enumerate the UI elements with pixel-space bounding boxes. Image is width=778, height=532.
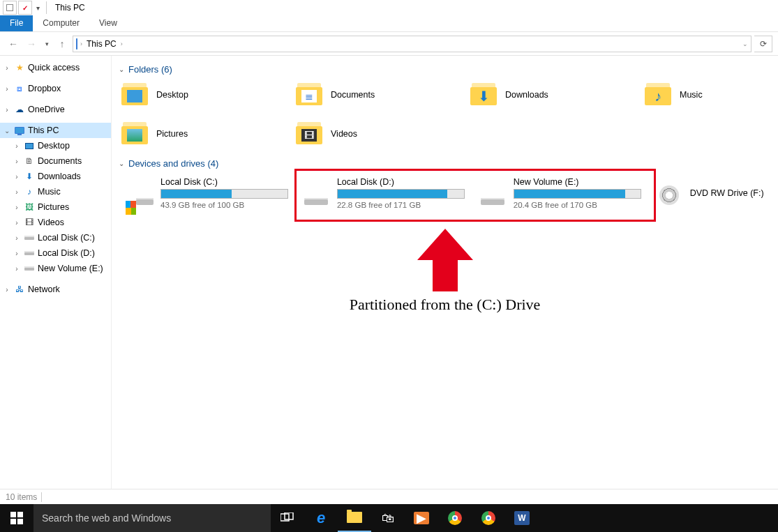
download-icon: ⬇ [24, 171, 35, 182]
folder-icon [121, 121, 149, 147]
sidebar-item-network[interactable]: › 🖧 Network [0, 282, 111, 297]
folder-pictures[interactable]: Pictures [121, 119, 296, 149]
edge-icon[interactable]: e [304, 504, 338, 532]
expand-icon[interactable]: › [3, 85, 11, 93]
sidebar-item-local-disk-c[interactable]: › Local Disk (C:) [0, 230, 111, 245]
folder-icon: ⬇ [470, 82, 498, 108]
sidebar-item-videos[interactable]: › 🎞 Videos [0, 215, 111, 230]
folder-label: Music [680, 90, 703, 100]
word-icon[interactable]: W [505, 504, 539, 532]
folder-desktop[interactable]: Desktop [121, 80, 296, 109]
drive-c[interactable]: Local Disk (C:) 43.9 GB free of 100 GB [121, 174, 292, 212]
sidebar-item-documents[interactable]: › 🗎 Documents [0, 153, 111, 169]
annotation-text: Partitioned from the (C:) Drive [334, 296, 557, 314]
chevron-right-icon[interactable]: › [121, 40, 123, 47]
sidebar-item-onedrive[interactable]: › ☁ OneDrive [0, 102, 111, 117]
svg-rect-4 [17, 519, 23, 524]
windows-drive-icon [126, 177, 154, 205]
sidebar-label: Local Disk (D:) [38, 248, 95, 258]
tab-file[interactable]: File [0, 15, 33, 31]
sidebar-item-desktop[interactable]: › Desktop [0, 138, 111, 153]
expand-icon[interactable]: › [13, 188, 21, 196]
address-dropdown-icon[interactable]: ⌄ [742, 40, 748, 47]
expand-icon[interactable]: › [3, 64, 11, 72]
drive-icon [24, 263, 35, 274]
drive-name: Local Disk (C:) [160, 177, 288, 187]
expand-icon[interactable]: › [13, 142, 21, 150]
drives-section-header[interactable]: ⌄ Devices and drives (4) [119, 158, 774, 169]
annotation-highlight-box [294, 169, 656, 222]
folder-icon: ♪ [645, 82, 673, 108]
drive-name: DVD RW Drive (F:) [690, 188, 770, 198]
expand-icon[interactable]: › [13, 158, 21, 165]
taskbar-icons: e 🛍 ▶ W [271, 504, 539, 532]
chevron-right-icon[interactable]: › [80, 40, 82, 47]
expand-icon[interactable]: › [13, 204, 21, 211]
title-bar: ✓ ▾ This PC [0, 0, 778, 15]
chevron-down-icon: ⌄ [119, 66, 124, 73]
folder-label: Desktop [156, 90, 188, 100]
this-pc-icon [76, 39, 77, 49]
drives-row: Local Disk (C:) 43.9 GB free of 100 GB L… [116, 174, 774, 212]
chrome-icon[interactable] [438, 504, 472, 532]
folder-label: Documents [331, 90, 375, 100]
qat-customize-button[interactable]: ▾ [33, 1, 42, 15]
address-bar[interactable]: › This PC › ⌄ [73, 36, 751, 52]
chrome-icon-2[interactable] [472, 504, 505, 532]
star-icon: ★ [14, 62, 25, 73]
expand-icon[interactable]: › [3, 106, 11, 114]
expand-icon[interactable]: › [13, 219, 21, 227]
folder-videos[interactable]: 🎞 Videos [296, 119, 470, 149]
store-icon[interactable]: 🛍 [371, 504, 405, 532]
sidebar-label: New Volume (E:) [38, 264, 103, 273]
folder-icon: ≣ [296, 82, 324, 108]
tab-view[interactable]: View [89, 15, 127, 31]
nav-recent-dropdown[interactable]: ▾ [42, 36, 52, 52]
taskbar-search[interactable]: Search the web and Windows [33, 504, 271, 532]
expand-icon[interactable]: › [13, 265, 21, 273]
refresh-button[interactable]: ⟳ [754, 36, 772, 52]
qat-separator [46, 1, 47, 14]
qat-properties-button[interactable] [3, 1, 17, 15]
sidebar-item-pictures[interactable]: › 🖼 Pictures [0, 199, 111, 215]
folder-music[interactable]: ♪ Music [645, 80, 778, 109]
folders-section-header[interactable]: ⌄ Folders (6) [119, 64, 774, 75]
folder-downloads[interactable]: ⬇ Downloads [470, 80, 645, 109]
sidebar-item-music[interactable]: › ♪ Music [0, 184, 111, 199]
sidebar-item-local-disk-d[interactable]: › Local Disk (D:) [0, 245, 111, 261]
cloud-icon: ☁ [14, 104, 25, 115]
sidebar-item-downloads[interactable]: › ⬇ Downloads [0, 169, 111, 184]
tab-computer[interactable]: Computer [33, 15, 89, 31]
sidebar-item-quick-access[interactable]: › ★ Quick access [0, 60, 111, 75]
status-bar: 10 items [0, 489, 778, 504]
qat-new-folder-button[interactable]: ✓ [18, 1, 32, 15]
expand-icon[interactable]: › [13, 173, 21, 181]
task-view-button[interactable] [271, 504, 304, 532]
drives-header-label: Devices and drives (4) [128, 158, 218, 169]
sidebar-item-dropbox[interactable]: › ⧈ Dropbox [0, 81, 111, 96]
dropbox-icon: ⧈ [14, 83, 25, 94]
movies-icon[interactable]: ▶ [405, 504, 438, 532]
breadcrumb-this-pc[interactable]: This PC [85, 39, 118, 49]
sidebar-item-this-pc[interactable]: ⌄ This PC [0, 123, 111, 138]
sidebar-label: Local Disk (C:) [38, 233, 95, 243]
expand-icon[interactable]: › [3, 286, 11, 294]
nav-forward-button[interactable]: → [24, 36, 39, 52]
file-explorer-icon[interactable] [338, 504, 371, 532]
folder-documents[interactable]: ≣ Documents [296, 80, 470, 109]
navigation-pane: › ★ Quick access › ⧈ Dropbox › ☁ OneDriv… [0, 56, 112, 489]
collapse-icon[interactable]: ⌄ [3, 127, 11, 135]
nav-up-button[interactable]: ↑ [54, 36, 70, 52]
status-item-count: 10 items [6, 492, 37, 502]
expand-icon[interactable]: › [13, 250, 21, 257]
sidebar-item-new-volume-e[interactable]: › New Volume (E:) [0, 261, 111, 276]
navigation-row: ← → ▾ ↑ › This PC › ⌄ ⟳ [0, 32, 778, 56]
sidebar-label: OneDrive [28, 105, 65, 114]
nav-back-button[interactable]: ← [6, 36, 21, 52]
expand-icon[interactable]: › [13, 234, 21, 242]
drive-f[interactable]: DVD RW Drive (F:) [651, 174, 774, 212]
start-button[interactable] [0, 504, 33, 532]
music-icon: ♪ [24, 186, 35, 197]
drive-usage-bar [160, 189, 288, 199]
quick-access-toolbar: ✓ ▾ [0, 1, 52, 15]
